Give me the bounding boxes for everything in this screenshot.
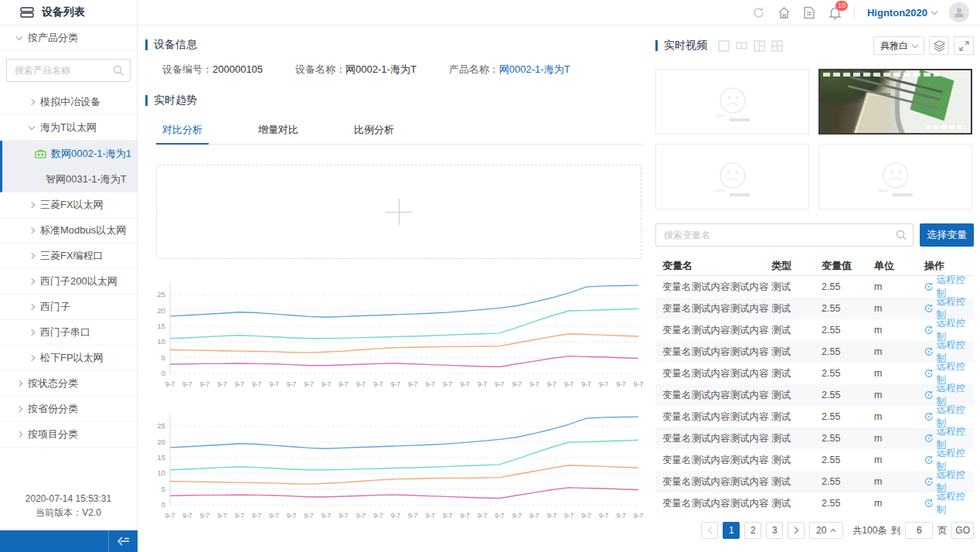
go-button[interactable]: GO <box>951 522 974 539</box>
prev-page-button[interactable] <box>701 522 718 539</box>
page-size-select[interactable]: 20 <box>809 522 843 539</box>
video-cell-live[interactable] <box>818 69 972 135</box>
cell-variable-name: 变量名测试内容测试内容 <box>655 411 771 424</box>
svg-text:9-7: 9-7 <box>443 380 453 388</box>
remote-control-icon <box>924 434 934 443</box>
layers-button[interactable] <box>929 36 949 55</box>
svg-text:25: 25 <box>157 421 165 430</box>
svg-text:9-7: 9-7 <box>460 512 470 520</box>
tab-compare-analysis[interactable]: 对比分析 <box>156 118 209 144</box>
user-menu[interactable]: Hignton2020 <box>867 7 937 19</box>
sidebar-item-product-7[interactable]: 西门子串口 <box>0 320 137 346</box>
chevron-down-icon <box>29 123 35 129</box>
sidebar-item-product-4[interactable]: 三菱FX编程口 <box>0 244 137 269</box>
sidebar-item-product-3[interactable]: 标准Modbus以太网 <box>0 218 137 244</box>
video-cell-empty-3[interactable] <box>818 144 972 210</box>
svg-text:9-7: 9-7 <box>529 512 539 520</box>
chevron-down-icon <box>16 33 22 39</box>
svg-text:9-7: 9-7 <box>547 380 557 388</box>
svg-text:9-7: 9-7 <box>217 512 227 520</box>
add-variable-dropzone[interactable] <box>156 165 641 259</box>
chevron-right-icon <box>29 253 35 259</box>
table-row: 变量名测试内容测试内容 测试 2.55 m 远程控制 <box>655 319 974 341</box>
sidebar-item-product-8[interactable]: 松下FP以太网 <box>0 346 137 371</box>
svg-text:9-7: 9-7 <box>408 380 418 388</box>
tab-increment-compare[interactable]: 增量对比 <box>252 118 305 144</box>
sidebar-group-2[interactable]: 按项目分类 <box>0 422 137 448</box>
svg-text:15: 15 <box>157 453 165 462</box>
bell-icon[interactable]: 10 <box>829 6 842 19</box>
sidebar-group-product[interactable]: 按产品分类 <box>0 26 137 51</box>
select-variable-button[interactable]: 选择变量 <box>920 223 974 247</box>
sidebar-item-product-0[interactable]: 模拟中冶设备 <box>0 90 137 115</box>
cell-unit: m <box>874 433 924 444</box>
svg-text:9-7: 9-7 <box>426 512 436 520</box>
chevron-right-icon <box>29 278 35 285</box>
svg-text:9-7: 9-7 <box>235 512 245 520</box>
cell-unit: m <box>874 455 924 465</box>
device-icon <box>35 149 46 158</box>
svg-text:9-7: 9-7 <box>252 512 262 520</box>
refresh-icon[interactable] <box>752 6 765 19</box>
cell-value: 2.55 <box>822 303 874 314</box>
sidebar-device-item-1[interactable]: 智网0031-1-海为T <box>2 166 137 192</box>
cell-type: 测试 <box>771 497 822 510</box>
table-row: 变量名测试内容测试内容 测试 2.55 m 远程控制 <box>655 428 974 449</box>
cell-type: 测试 <box>771 302 822 315</box>
svg-text:9-7: 9-7 <box>634 512 644 520</box>
table-row: 变量名测试内容测试内容 测试 2.55 m 远程控制 <box>655 276 974 298</box>
sidebar-item-product-1[interactable]: 海为T以太网 <box>0 115 137 141</box>
cell-type: 测试 <box>771 389 822 402</box>
topbar-divider <box>854 6 855 19</box>
trend-chart-1: 05101520259-79-79-79-79-79-79-79-79-79-7… <box>150 276 646 394</box>
chevron-right-icon <box>29 227 35 233</box>
device-list-icon <box>20 7 34 18</box>
cell-unit: m <box>874 325 924 336</box>
page-button-2[interactable]: 2 <box>744 522 761 539</box>
chevron-down-icon <box>912 41 918 47</box>
svg-text:5: 5 <box>162 353 165 362</box>
layout-1-icon[interactable] <box>718 40 730 52</box>
variable-search-input[interactable] <box>656 230 913 240</box>
sidebar-group-0[interactable]: 按状态分类 <box>0 371 137 397</box>
chevron-right-icon <box>16 380 22 387</box>
video-section-title: 实时视频 <box>655 39 707 53</box>
sidebar-item-product-5[interactable]: 西门子200以太网 <box>0 269 137 295</box>
svg-text:9-7: 9-7 <box>304 512 314 520</box>
product-search-wrap <box>0 51 137 90</box>
sidebar-item-product-6[interactable]: 西门子 <box>0 295 137 320</box>
remote-control-icon <box>924 499 934 508</box>
page-button-3[interactable]: 3 <box>766 522 783 539</box>
pagination: 12320共100条到页GO <box>655 522 974 539</box>
jump-page-input[interactable] <box>905 522 933 539</box>
sidebar-device-item-0[interactable]: 数网0002-1-海为1 <box>2 141 137 166</box>
video-cell-empty-0[interactable] <box>655 69 809 135</box>
svg-text:9-7: 9-7 <box>339 512 349 520</box>
video-grid <box>655 69 974 210</box>
video-theme-select[interactable]: 典雅白 <box>873 36 924 55</box>
cell-unit: m <box>874 411 924 422</box>
product-name-link[interactable]: 网0002-1-海为T <box>499 63 570 75</box>
sidebar-item-product-2[interactable]: 三菱FX以太网 <box>0 193 137 218</box>
layout-2-icon[interactable] <box>736 40 747 52</box>
svg-text:9-7: 9-7 <box>616 512 626 520</box>
cell-value: 2.55 <box>822 433 874 444</box>
search-icon <box>113 65 124 76</box>
page-button-1[interactable]: 1 <box>723 522 740 539</box>
video-layout-switcher <box>718 40 783 52</box>
sidebar-group-1[interactable]: 按省份分类 <box>0 397 137 422</box>
cell-unit: m <box>874 303 924 314</box>
collapse-sidebar-button[interactable] <box>108 530 138 552</box>
tab-ratio-analysis[interactable]: 比例分析 <box>348 118 400 144</box>
cell-variable-name: 变量名测试内容测试内容 <box>655 346 771 359</box>
document-icon[interactable] <box>803 6 816 19</box>
fullscreen-icon[interactable] <box>954 36 974 55</box>
layout-3-icon[interactable] <box>754 40 765 52</box>
product-search-input[interactable] <box>7 65 155 76</box>
avatar[interactable] <box>949 2 969 22</box>
layout-4-icon[interactable] <box>771 40 783 52</box>
video-cell-empty-2[interactable] <box>655 144 809 210</box>
next-page-button[interactable] <box>788 522 805 539</box>
home-icon[interactable] <box>778 6 791 19</box>
remote-control-link[interactable]: 远程控制 <box>924 490 974 516</box>
